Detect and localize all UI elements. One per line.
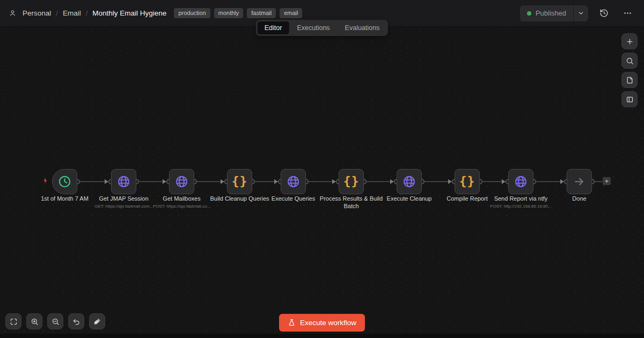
toggle-panel-button[interactable]: [621, 91, 638, 107]
tag-monthly[interactable]: monthly: [214, 8, 244, 18]
workflow-title[interactable]: Monthly Email Hygiene: [92, 9, 166, 17]
zoom-in-button[interactable]: [26, 313, 42, 329]
publish-status-button[interactable]: Published: [520, 5, 573, 21]
add-connected-node-button[interactable]: +: [603, 177, 611, 185]
layout-panel-icon: [626, 95, 634, 104]
publish-dropdown-button[interactable]: [574, 5, 588, 21]
trigger-bolt-icon[interactable]: [42, 177, 49, 184]
workflow-node-schedule-trigger[interactable]: [52, 169, 77, 194]
workflow-node-execute-queries[interactable]: [281, 169, 306, 194]
node-sublabel-get-mailboxes: POST: https://api.fastmail.co...: [139, 204, 225, 209]
zoom-out-button[interactable]: [47, 313, 63, 329]
globe-icon: [116, 174, 131, 189]
fit-view-button[interactable]: [5, 313, 21, 329]
node-label-done: Done: [537, 195, 623, 203]
tab-editor[interactable]: Editor: [258, 21, 289, 34]
workflow-node-done[interactable]: [567, 169, 592, 194]
zoom-out-icon: [52, 318, 60, 326]
undo-button[interactable]: [68, 313, 84, 329]
workflow-node-send-report-via-ntfy[interactable]: [508, 169, 533, 194]
node-sublabel-send-report-via-ntfy: POST: http://192.168.86.16:80...: [478, 204, 564, 209]
globe-icon: [514, 174, 528, 189]
workflow-history-button[interactable]: [596, 5, 612, 21]
tag-email[interactable]: email: [280, 8, 302, 18]
header-actions: Published: [520, 5, 635, 21]
workflow-node-get-mailboxes[interactable]: [169, 169, 194, 194]
connection-edges: [0, 0, 644, 338]
publish-status-group: Published: [520, 5, 588, 21]
history-icon: [599, 9, 609, 18]
breadcrumb-project[interactable]: Personal: [23, 9, 51, 17]
plus-icon: [626, 38, 634, 46]
personal-project-icon: [9, 9, 17, 17]
view-tabs: EditorExecutionsEvaluations: [256, 20, 388, 36]
zoom-in-icon: [31, 318, 39, 326]
tab-evaluations[interactable]: Evaluations: [338, 21, 387, 34]
breadcrumb: Personal / Email / Monthly Email Hygiene: [9, 9, 166, 17]
code-icon: {}: [232, 175, 248, 188]
sticky-note-button[interactable]: [621, 72, 638, 88]
sticky-note-icon: [626, 76, 634, 84]
flask-icon: [288, 319, 296, 327]
code-icon: {}: [459, 175, 475, 188]
tag-production[interactable]: production: [174, 8, 210, 18]
globe-icon: [286, 174, 301, 189]
ellipsis-icon: [623, 9, 632, 18]
tidy-up-icon: [93, 318, 101, 326]
clock-icon: [57, 174, 72, 189]
workflow-node-get-jmap-session[interactable]: [111, 169, 136, 194]
globe-icon: [402, 174, 416, 189]
code-icon: {}: [343, 175, 360, 188]
tidy-up-button[interactable]: [89, 313, 105, 329]
execute-workflow-label: Execute workflow: [300, 319, 356, 327]
tag-fastmail[interactable]: fastmail: [247, 8, 276, 18]
search-icon: [626, 57, 634, 65]
published-dot: [527, 11, 531, 16]
workflow-node-process-results-build-batch[interactable]: {}: [339, 169, 364, 194]
workflow-node-compile-report[interactable]: {}: [455, 169, 480, 194]
publish-status-label: Published: [536, 9, 566, 17]
more-options-button[interactable]: [619, 5, 635, 21]
chevron-down-icon: [577, 10, 584, 17]
breadcrumb-separator: /: [56, 9, 58, 17]
workflow-node-build-cleanup-queries[interactable]: {}: [227, 169, 252, 194]
undo-icon: [72, 318, 80, 326]
breadcrumb-folder[interactable]: Email: [63, 9, 81, 17]
tab-executions[interactable]: Executions: [290, 21, 336, 34]
globe-icon: [174, 174, 189, 189]
breadcrumb-separator: /: [86, 9, 88, 17]
execute-workflow-button[interactable]: Execute workflow: [279, 314, 365, 332]
search-button[interactable]: [621, 53, 638, 69]
arrow-icon: [572, 174, 587, 189]
fit-view-icon: [10, 318, 18, 326]
tag-list: productionmonthlyfastmailemail: [174, 8, 302, 18]
workflow-node-execute-cleanup[interactable]: [397, 169, 422, 194]
add-node-button[interactable]: [621, 33, 638, 49]
